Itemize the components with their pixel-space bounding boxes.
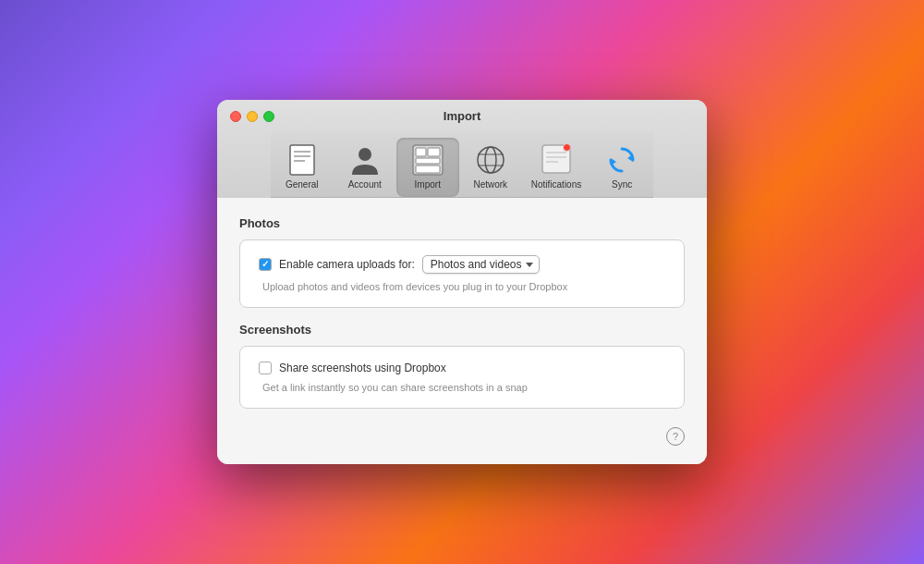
preferences-window: Import General — [217, 100, 707, 464]
account-icon — [351, 144, 379, 176]
network-icon — [476, 145, 505, 175]
content-area: Photos ✓ Enable camera uploads for: Phot… — [217, 198, 707, 464]
dropdown-value: Photos and videos — [431, 258, 522, 271]
svg-marker-19 — [611, 158, 616, 166]
import-icon — [412, 144, 444, 176]
enable-camera-uploads-checkbox[interactable]: ✓ — [259, 258, 272, 271]
sync-icon — [607, 145, 637, 175]
tab-network-label: Network — [473, 179, 507, 190]
svg-point-11 — [485, 147, 496, 173]
share-screenshots-row: Share screenshots using Dropbox — [259, 362, 665, 374]
window-title: Import — [444, 109, 480, 123]
tab-sync-label: Sync — [612, 179, 632, 190]
notifications-icon-box — [540, 143, 573, 177]
toolbar: General Account — [271, 132, 653, 198]
network-icon-box — [474, 143, 507, 177]
tab-notifications-label: Notifications — [531, 179, 581, 190]
enable-camera-uploads-label: Enable camera uploads for: — [279, 258, 415, 271]
share-screenshots-checkbox[interactable] — [259, 362, 272, 374]
dropdown-arrow-icon — [526, 263, 533, 267]
title-bar: Import General — [217, 100, 707, 198]
tab-import-label: Import — [415, 179, 441, 190]
tab-account[interactable]: Account — [334, 138, 396, 197]
minimize-button[interactable] — [247, 111, 258, 122]
account-icon-box — [348, 143, 382, 177]
camera-uploads-row: ✓ Enable camera uploads for: Photos and … — [259, 255, 665, 274]
camera-uploads-dropdown[interactable]: Photos and videos — [422, 255, 540, 274]
close-button[interactable] — [230, 111, 241, 122]
general-icon — [289, 144, 315, 176]
tab-network[interactable]: Network — [459, 138, 522, 197]
svg-rect-0 — [290, 145, 314, 175]
tab-general[interactable]: General — [271, 138, 334, 197]
svg-point-10 — [478, 147, 504, 173]
tab-account-label: Account — [348, 179, 382, 190]
screenshots-hint: Get a link instantly so you can share sc… — [262, 382, 665, 393]
tab-import[interactable]: Import — [396, 138, 459, 197]
tab-general-label: General — [286, 179, 319, 190]
photos-section-title: Photos — [239, 216, 685, 230]
photos-section-box: ✓ Enable camera uploads for: Photos and … — [239, 239, 685, 308]
help-button[interactable]: ? — [666, 427, 685, 446]
share-screenshots-label: Share screenshots using Dropbox — [279, 362, 446, 374]
svg-rect-8 — [416, 158, 440, 164]
tab-sync[interactable]: Sync — [590, 138, 653, 197]
maximize-button[interactable] — [263, 111, 274, 122]
traffic-lights — [230, 111, 274, 122]
import-icon-box — [411, 143, 444, 177]
notification-badge — [563, 143, 571, 152]
help-row: ? — [239, 423, 685, 446]
sync-icon-box — [605, 143, 638, 177]
svg-point-4 — [359, 148, 371, 161]
screenshots-section-box: Share screenshots using Dropbox Get a li… — [239, 346, 685, 409]
tab-notifications[interactable]: Notifications — [522, 138, 590, 197]
photos-hint: Upload photos and videos from devices yo… — [262, 281, 665, 292]
svg-rect-7 — [428, 148, 440, 156]
svg-rect-9 — [416, 166, 440, 173]
svg-rect-6 — [416, 148, 426, 156]
screenshots-section-title: Screenshots — [239, 323, 685, 337]
general-icon-box — [286, 143, 319, 177]
svg-marker-18 — [627, 154, 633, 162]
